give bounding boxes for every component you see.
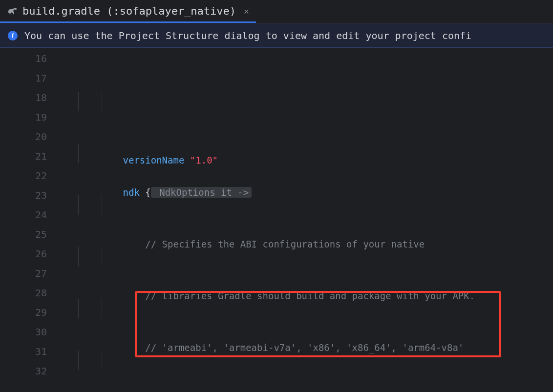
gradle-elephant-icon: [7, 5, 18, 16]
code-line[interactable]: // 'armeabi', 'armeabi-v7a', 'x86', 'x86…: [78, 299, 553, 318]
code-line[interactable]: ndk { NdkOptions it ->: [78, 144, 553, 163]
info-banner[interactable]: i You can use the Project Structure dial…: [0, 23, 553, 48]
line-number: 22: [0, 166, 59, 186]
line-number: 32: [0, 361, 59, 381]
close-icon[interactable]: ✕: [244, 6, 249, 16]
line-number: 20: [0, 127, 59, 146]
file-tab[interactable]: build.gradle (:sofaplayer_native) ✕: [0, 0, 256, 23]
line-number: 16: [0, 49, 59, 68]
code-line[interactable]: abiFilters 'armeabi-v7a','arm64-v8a': [78, 351, 553, 370]
line-number: 25: [0, 225, 59, 244]
line-number: 31: [0, 342, 59, 361]
editor-tabbar: build.gradle (:sofaplayer_native) ✕: [0, 0, 553, 23]
line-number: 26: [0, 244, 59, 264]
line-number: 27: [0, 264, 59, 283]
info-icon: i: [8, 31, 18, 41]
info-banner-text: You can use the Project Structure dialog…: [24, 30, 471, 41]
code-line[interactable]: versionName "1.0": [78, 92, 553, 111]
line-number: 23: [0, 186, 59, 205]
line-number: 28: [0, 283, 59, 303]
line-number: 21: [0, 146, 59, 166]
code-editor[interactable]: 16 17 18 19 20 21 22 23 24 25 26 27 28 2…: [0, 48, 553, 392]
line-number: 30: [0, 322, 59, 342]
line-number-gutter: 16 17 18 19 20 21 22 23 24 25 26 27 28 2…: [0, 48, 59, 392]
file-tab-title: build.gradle (:sofaplayer_native): [22, 5, 236, 17]
line-number: 24: [0, 205, 59, 225]
line-number: 18: [0, 88, 59, 107]
code-line[interactable]: // Specifies the ABI configurations of y…: [78, 195, 553, 215]
code-area[interactable]: versionName "1.0" ndk { NdkOptions it ->…: [78, 48, 553, 392]
fold-gutter: [59, 48, 78, 392]
code-line[interactable]: // libraries Gradle should build and pac…: [78, 247, 553, 267]
line-number: 17: [0, 68, 59, 88]
line-number: 29: [0, 303, 59, 322]
line-number: 19: [0, 107, 59, 127]
